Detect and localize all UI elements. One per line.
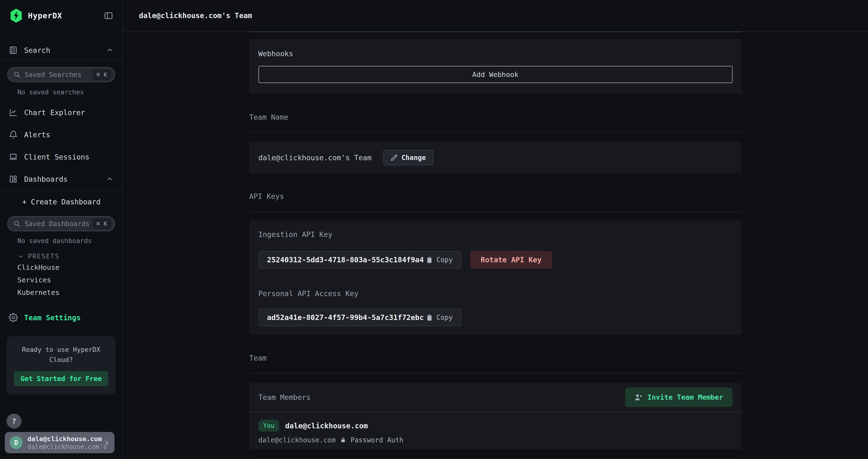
get-started-button[interactable]: Get Started for Free bbox=[14, 371, 108, 386]
team-members-header: Team Members Invite Team Member bbox=[249, 383, 742, 412]
dashboards-icon bbox=[9, 174, 18, 184]
webhooks-title: Webhooks bbox=[258, 50, 733, 58]
cloud-promo-card: Ready to use HyperDX Cloud? Get Started … bbox=[7, 336, 116, 394]
ingestion-key-value: 25240312-5dd3-4718-803a-55c3c184f9a4 bbox=[267, 256, 424, 264]
settings-scroll-area[interactable]: Webhooks Add Webhook Team Name dale@clic… bbox=[123, 32, 868, 459]
sidebar: HyperDX Search ⌘ K No saved searches bbox=[0, 0, 123, 459]
brand-row: HyperDX bbox=[0, 0, 122, 31]
no-saved-dashboards-note: No saved dashboards bbox=[0, 236, 122, 245]
invite-team-member-button[interactable]: Invite Team Member bbox=[625, 388, 732, 407]
user-info: dale@clickhouse.com dale@clickhouse.com'… bbox=[28, 435, 99, 451]
sidebar-item-label: Chart Explorer bbox=[24, 108, 85, 117]
chevron-up-icon[interactable] bbox=[106, 175, 114, 183]
search-section-icon bbox=[9, 46, 18, 55]
chevron-down-icon bbox=[18, 253, 24, 260]
gear-icon bbox=[9, 313, 18, 322]
team-name-heading: Team Name bbox=[249, 112, 742, 122]
rotate-api-key-button[interactable]: Rotate API Key bbox=[470, 251, 552, 268]
clipboard-icon bbox=[426, 314, 433, 321]
copy-label: Copy bbox=[436, 256, 453, 264]
member-email: dale@clickhouse.com bbox=[258, 436, 336, 444]
personal-key-row: ad52a41e-8027-4f57-99b4-5a7c31f72ebc Cop… bbox=[258, 309, 733, 326]
main-area: dale@clickhouse.com's Team Webhooks Add … bbox=[123, 0, 868, 459]
sidebar-collapse-icon[interactable] bbox=[103, 10, 114, 21]
user-plus-icon bbox=[634, 393, 643, 401]
shortcut-badge: ⌘ K bbox=[93, 69, 111, 80]
lock-icon bbox=[340, 437, 346, 443]
sidebar-item-chart-explorer[interactable]: Chart Explorer bbox=[0, 102, 122, 123]
team-settings-label: Team Settings bbox=[24, 314, 81, 322]
preset-kubernetes[interactable]: Kubernetes bbox=[0, 286, 122, 299]
user-name: dale@clickhouse.com bbox=[28, 435, 99, 443]
team-members-title: Team Members bbox=[258, 393, 311, 402]
chevron-up-icon[interactable] bbox=[106, 46, 114, 54]
team-heading: Team bbox=[249, 353, 742, 363]
ingestion-key-box: 25240312-5dd3-4718-803a-55c3c184f9a4 Cop… bbox=[258, 251, 462, 268]
magnifier-icon bbox=[13, 220, 21, 228]
change-button-label: Change bbox=[401, 154, 426, 162]
copy-ingestion-key-button[interactable]: Copy bbox=[426, 256, 453, 264]
avatar: D bbox=[10, 436, 23, 449]
sidebar-item-label: Alerts bbox=[24, 131, 50, 139]
sidebar-item-dashboards[interactable]: Dashboards bbox=[0, 168, 122, 190]
cloud-promo-line2: Cloud? bbox=[14, 355, 108, 365]
team-name-value: dale@clickhouse.com's Team bbox=[258, 153, 372, 162]
sidebar-item-label: Dashboards bbox=[24, 175, 68, 183]
you-badge: You bbox=[258, 420, 279, 432]
sidebar-item-alerts[interactable]: Alerts bbox=[0, 123, 122, 146]
chart-icon bbox=[9, 108, 18, 117]
sidebar-item-label: Client Sessions bbox=[24, 153, 89, 161]
laptop-icon bbox=[9, 152, 18, 162]
team-members-card: Team Members Invite Team Member You dale… bbox=[249, 383, 742, 449]
sidebar-item-client-sessions[interactable]: Client Sessions bbox=[0, 146, 122, 168]
section-divider bbox=[249, 132, 742, 133]
search-section-label: Search bbox=[24, 46, 50, 55]
pencil-icon bbox=[391, 154, 398, 161]
section-divider bbox=[249, 211, 742, 212]
preset-services[interactable]: Services bbox=[0, 274, 122, 286]
chevron-right-icon: › bbox=[104, 437, 110, 448]
hyperdx-logo-icon bbox=[9, 8, 24, 23]
shortcut-badge: ⌘ K bbox=[93, 219, 111, 229]
clipboard-icon bbox=[426, 256, 433, 263]
copy-personal-key-button[interactable]: Copy bbox=[426, 314, 453, 321]
cloud-promo-line1: Ready to use HyperDX bbox=[14, 345, 108, 355]
sidebar-item-team-settings[interactable]: Team Settings bbox=[0, 310, 122, 325]
ingestion-key-row: 25240312-5dd3-4718-803a-55c3c184f9a4 Cop… bbox=[258, 251, 733, 268]
personal-key-label: Personal API Access Key bbox=[258, 289, 733, 298]
team-member-row: You dale@clickhouse.com dale@clickhouse.… bbox=[249, 412, 742, 449]
help-button[interactable]: ? bbox=[6, 413, 22, 429]
team-name-card: dale@clickhouse.com's Team Change bbox=[249, 142, 742, 173]
presets-label: PRESETS bbox=[28, 253, 60, 260]
api-keys-card: Ingestion API Key 25240312-5dd3-4718-803… bbox=[249, 221, 742, 335]
saved-dashboards-input[interactable] bbox=[25, 220, 89, 228]
sidebar-section-search[interactable]: Search bbox=[0, 40, 122, 60]
user-menu[interactable]: D dale@clickhouse.com dale@clickhouse.co… bbox=[5, 432, 115, 453]
invite-button-label: Invite Team Member bbox=[647, 393, 723, 401]
personal-key-box: ad52a41e-8027-4f57-99b4-5a7c31f72ebc Cop… bbox=[258, 309, 462, 326]
personal-key-value: ad52a41e-8027-4f57-99b4-5a7c31f72ebc bbox=[267, 313, 424, 322]
scrolled-card-edge bbox=[249, 32, 742, 32]
create-dashboard-button[interactable]: + Create Dashboard bbox=[0, 191, 122, 213]
add-webhook-button[interactable]: Add Webhook bbox=[258, 66, 733, 83]
bell-icon bbox=[9, 130, 18, 139]
saved-dashboards-search[interactable]: ⌘ K bbox=[7, 216, 115, 231]
presets-toggle[interactable]: PRESETS bbox=[0, 252, 122, 261]
brand-name: HyperDX bbox=[28, 11, 62, 20]
section-divider bbox=[249, 373, 742, 374]
magnifier-icon bbox=[13, 71, 21, 79]
webhooks-card: Webhooks Add Webhook bbox=[249, 39, 742, 94]
copy-label: Copy bbox=[436, 314, 453, 321]
api-keys-heading: API Keys bbox=[249, 192, 742, 201]
member-name: dale@clickhouse.com bbox=[285, 422, 368, 430]
saved-searches-input[interactable] bbox=[25, 71, 89, 79]
saved-searches-search[interactable]: ⌘ K bbox=[7, 67, 115, 82]
page-title: dale@clickhouse.com's Team bbox=[139, 11, 252, 20]
page-header: dale@clickhouse.com's Team bbox=[123, 0, 868, 32]
ingestion-key-label: Ingestion API Key bbox=[258, 230, 733, 239]
user-team: dale@clickhouse.com's bbox=[28, 443, 99, 451]
brand[interactable]: HyperDX bbox=[9, 8, 62, 23]
preset-clickhouse[interactable]: ClickHouse bbox=[0, 261, 122, 274]
change-team-name-button[interactable]: Change bbox=[383, 150, 434, 165]
no-saved-searches-note: No saved searches bbox=[0, 88, 122, 96]
